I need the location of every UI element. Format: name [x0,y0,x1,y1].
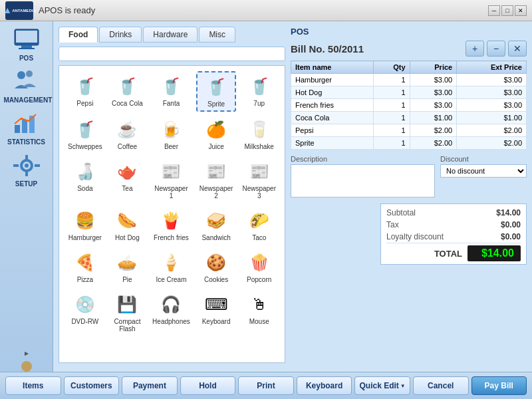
tab-misc[interactable]: Misc [199,27,235,43]
quick-edit-button[interactable]: Quick Edit ▼ [354,376,410,395]
svg-rect-12 [25,171,28,176]
close-button[interactable]: ✕ [515,5,527,16]
item-beer[interactable]: 🍺Beer [149,114,194,154]
statistics-icon [11,110,43,137]
bill-cell-ext_price: $3.00 [457,74,527,86]
item-newspaper1[interactable]: 📰Newspaper 1 [149,156,194,203]
subtotal-row: Subtotal $14.00 [386,207,521,219]
item-pizza[interactable]: 🍕Pizza [65,247,106,287]
description-textarea[interactable] [291,164,435,198]
bill-cell-name: Sprite [291,137,374,150]
bill-table-body: Hamburger1$3.00$3.00Hot Dog1$3.00$3.00Fr… [291,74,527,150]
cancel-button[interactable]: Cancel [413,376,469,395]
svg-point-4 [17,71,25,79]
hold-button[interactable]: Hold [180,376,236,395]
newspaper1-icon: 📰 [156,160,186,184]
item-newspaper2[interactable]: 📰Newspaper 2 [196,156,237,203]
customers-button[interactable]: Customers [64,376,120,395]
item-7up[interactable]: 🥤7up [239,71,279,112]
item-pepsi[interactable]: 🥤Pepsi [65,71,106,112]
keyboard-button[interactable]: Keyboard [297,376,352,395]
maximize-button[interactable]: □ [501,5,513,16]
pay-bill-button[interactable]: Pay Bill [471,376,527,395]
delete-item-button[interactable]: ✕ [508,41,527,57]
item-hotdog[interactable]: 🌭Hot Dog [108,205,146,245]
titlebar: ▲ ANTAMEDIA APOS is ready ─ □ ✕ [0,0,532,21]
sidebar-management-label: MANAGEMENT [4,96,49,104]
subtract-item-button[interactable]: − [487,41,505,57]
popcorn-icon: 🍿 [245,251,274,275]
sidebar-item-statistics[interactable]: STATISTICS [3,108,51,148]
item-hamburger[interactable]: 🍔Hamburger [65,205,106,245]
svg-rect-2 [21,45,32,48]
item-pie[interactable]: 🥧Pie [108,247,146,287]
table-row[interactable]: French fries1$3.00$3.00 [291,99,527,112]
item-fanta[interactable]: 🥤Fanta [149,71,194,112]
newspaper3-icon: 📰 [245,160,274,184]
minimize-button[interactable]: ─ [488,5,500,16]
popcorn-label: Popcorn [247,276,271,283]
tab-drinks[interactable]: Drinks [99,27,142,43]
table-row[interactable]: Coca Cola1$1.00$1.00 [291,112,527,124]
management-icon [11,68,43,95]
setup-icon [11,152,43,179]
svg-rect-6 [15,125,20,133]
item-soda[interactable]: 🍶Soda [65,156,106,203]
item-taco[interactable]: 🌮Taco [239,205,279,245]
newspaper2-label: Newspaper 2 [200,185,233,200]
item-dvd-rw[interactable]: 💿DVD-RW [65,289,106,336]
items-button[interactable]: Items [5,376,61,395]
tab-hardware[interactable]: Hardware [143,27,198,43]
bill-cell-ext_price: $3.00 [457,86,527,99]
svg-rect-7 [22,120,27,133]
sidebar-item-management[interactable]: MANAGEMENT [3,66,51,106]
app-title: APOS is ready [39,5,487,15]
item-newspaper3[interactable]: 📰Newspaper 3 [239,156,279,203]
item-sandwich[interactable]: 🥪Sandwich [196,205,237,245]
bill-cell-qty: 1 [373,137,410,150]
item-popcorn[interactable]: 🍿Popcorn [239,247,279,287]
discount-select[interactable]: No discount5%10%15%20% [440,164,527,178]
sidebar-item-setup[interactable]: SETUP [3,150,51,190]
search-input[interactable] [59,47,285,61]
item-compact-flash[interactable]: 💾Compact Flash [108,289,146,336]
loyalty-value: $0.00 [481,232,521,241]
table-row[interactable]: Hot Dog1$3.00$3.00 [291,86,527,99]
dvd-rw-label: DVD-RW [71,318,98,325]
item-tea[interactable]: 🫖Tea [108,156,146,203]
soda-icon: 🍶 [70,160,100,184]
item-ice-cream[interactable]: 🍦Ice Cream [149,247,194,287]
bill-cell-qty: 1 [373,124,410,137]
item-headphones[interactable]: 🎧Headphones [149,289,194,336]
tea-icon: 🫖 [112,160,142,184]
item-juice[interactable]: 🍊Juice [196,114,237,154]
sidebar-item-pos[interactable]: POS [3,24,51,65]
item-keyboard[interactable]: ⌨Keyboard [196,289,237,336]
bill-cell-name: Hot Dog [291,86,374,99]
item-french-fries[interactable]: 🍟French fries [149,205,194,245]
item-schweppes[interactable]: 🥤Schweppes [65,114,106,154]
add-item-button[interactable]: + [466,41,484,57]
item-coca-cola[interactable]: 🥤Coca Cola [108,71,146,112]
item-mouse[interactable]: 🖱Mouse [239,289,279,336]
item-milkshake[interactable]: 🥛Milkshake [239,114,279,154]
item-cookies[interactable]: 🍪Cookies [196,247,237,287]
bill-header: Bill No. 50/2011 + − ✕ [291,41,527,57]
payment-button[interactable]: Payment [122,376,178,395]
tab-food[interactable]: Food [59,27,98,43]
item-coffee[interactable]: ☕Coffee [108,114,146,154]
table-row[interactable]: Pepsi1$2.00$2.00 [291,124,527,137]
bill-number: Bill No. 50/2011 [291,43,364,55]
print-button[interactable]: Print [238,376,294,395]
mouse-label: Mouse [249,318,269,325]
item-sprite[interactable]: 🥤Sprite [196,71,237,112]
description-discount-row: Description Discount No discount5%10%15%… [291,155,527,200]
svg-rect-3 [19,48,35,49]
table-row[interactable]: Sprite1$2.00$2.00 [291,137,527,150]
tax-label: Tax [386,220,399,229]
svg-rect-13 [13,164,19,167]
coca-cola-label: Coca Cola [112,100,143,107]
french-fries-icon: 🍟 [156,209,186,233]
hamburger-label: Hamburger [68,234,102,241]
table-row[interactable]: Hamburger1$3.00$3.00 [291,74,527,86]
